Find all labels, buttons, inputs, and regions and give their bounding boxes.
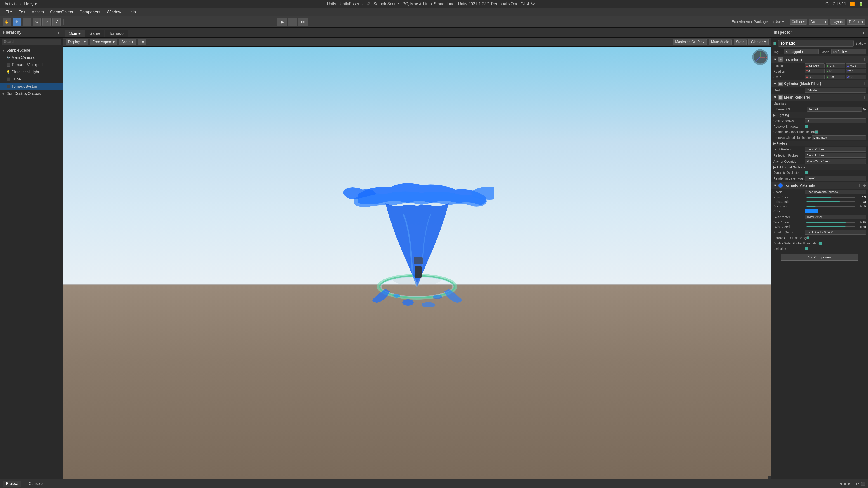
step-button[interactable]: ⏭ xyxy=(298,18,308,26)
receive-gi-field[interactable]: Lightmaps xyxy=(812,135,866,140)
emission-check[interactable] xyxy=(805,247,808,250)
light-probes-field[interactable]: Blend Probes xyxy=(805,147,866,152)
tool-transform[interactable]: 🖊 xyxy=(53,18,61,26)
hierarchy-search-input[interactable] xyxy=(2,39,61,45)
tool-scale[interactable]: ↺ xyxy=(33,18,41,26)
cast-shadows-field[interactable]: On xyxy=(805,119,866,123)
hierarchy-item-tornado-export[interactable]: ⬛ Tornado-31-export xyxy=(0,61,63,68)
transform-header[interactable]: ▼ ⊕ Transform ⋮ xyxy=(771,56,868,63)
mesh-filter-menu[interactable]: ⋮ xyxy=(863,82,866,86)
anchor-override-field[interactable]: None (Transform) xyxy=(805,159,866,164)
position-y-field[interactable]: Y -3.57 xyxy=(826,64,845,68)
activities-label[interactable]: Activities xyxy=(4,2,21,6)
tool-rect[interactable]: ⤢ xyxy=(42,18,51,26)
console-tab[interactable]: Console xyxy=(26,481,46,487)
object-enabled-checkbox[interactable] xyxy=(773,42,776,45)
position-x-field[interactable]: X 3.14068 xyxy=(805,64,825,68)
tab-scene[interactable]: Scene xyxy=(65,30,85,37)
scale-x-field[interactable]: X 100 xyxy=(805,75,825,79)
inspector-header: Inspector ⋮ xyxy=(771,28,868,37)
collab-dropdown[interactable]: Collab ▾ xyxy=(789,19,807,25)
probes-header[interactable]: ▶ Probes xyxy=(771,141,868,146)
account-dropdown[interactable]: Account ▾ xyxy=(809,19,829,25)
distortion-track[interactable] xyxy=(806,206,855,207)
tornado-materials-header[interactable]: ▼ Tornado Materials ⋮ ⊕ xyxy=(771,182,868,189)
layers-dropdown[interactable]: Layers xyxy=(830,19,845,25)
tab-game[interactable]: Game xyxy=(85,30,104,37)
scale-btn[interactable]: Scale ▾ xyxy=(119,39,135,45)
rotation-z-field[interactable]: Z 2.4 xyxy=(846,69,866,73)
mute-btn[interactable]: Mute Audio xyxy=(709,39,732,45)
experimental-label[interactable]: Experimental Packages In Use ▾ xyxy=(732,20,784,24)
menu-file[interactable]: File xyxy=(3,9,15,15)
gpu-instancing-check[interactable] xyxy=(806,236,809,239)
tag-dropdown[interactable]: Untagged ▾ xyxy=(784,49,819,55)
unity-menu-label[interactable]: Unity ▾ xyxy=(24,2,37,6)
object-name-input[interactable] xyxy=(778,40,854,46)
play-button[interactable]: ▶ xyxy=(277,18,287,26)
mesh-renderer-header[interactable]: ▼ ▩ Mesh Renderer ⋮ xyxy=(771,94,868,101)
hierarchy-item-tornado-system[interactable]: ⬛ TornadoSystem xyxy=(0,83,63,90)
maximize-btn[interactable]: Maximize On Play xyxy=(673,39,707,45)
transform-menu[interactable]: ⋮ xyxy=(863,58,866,61)
inspector-options[interactable]: ⋮ xyxy=(862,30,865,35)
tool-move[interactable]: ✙ xyxy=(13,18,21,26)
tornado-mat-extra[interactable]: ⊕ xyxy=(863,184,866,187)
hierarchy-item-maincamera[interactable]: 📷 Main Camera xyxy=(0,54,63,61)
display-btn[interactable]: Display 1 ▾ xyxy=(66,39,88,45)
element0-value-field[interactable]: Tornado xyxy=(807,107,862,111)
tornado-mat-menu[interactable]: ⋮ xyxy=(858,184,861,187)
shader-value-field[interactable]: Shader/Graphs/Tornado xyxy=(805,190,866,194)
tool-hand[interactable]: ✋ xyxy=(3,18,11,26)
color-field[interactable] xyxy=(805,209,818,213)
double-sided-gi-check[interactable] xyxy=(819,242,822,245)
mesh-filter-header[interactable]: ▼ ▦ Cylinder (Mesh Filter) ⋮ xyxy=(771,80,868,87)
menu-help[interactable]: Help xyxy=(125,9,138,15)
tab-tornado[interactable]: Tornado xyxy=(105,30,128,37)
noise-scale-track[interactable] xyxy=(806,201,855,202)
receive-shadows-check[interactable] xyxy=(805,125,808,128)
menu-edit[interactable]: Edit xyxy=(16,9,28,15)
menu-component[interactable]: Component xyxy=(76,9,103,15)
hierarchy-item-dontdestroy[interactable]: ▼ DontDestroyOnLoad xyxy=(0,90,63,97)
menu-window[interactable]: Window xyxy=(104,9,124,15)
add-component-button[interactable]: Add Component xyxy=(781,254,858,261)
reflection-probes-field[interactable]: Blend Probes xyxy=(805,153,866,158)
scale-y-field[interactable]: Y 100 xyxy=(826,75,845,79)
hierarchy-item-cube[interactable]: ⬛ Cube xyxy=(0,76,63,83)
hierarchy-item-directional-light[interactable]: 💡 Directional Light xyxy=(0,68,63,76)
rotation-y-field[interactable]: Y 80 xyxy=(826,69,845,73)
rendering-layer-field[interactable]: Layer1 xyxy=(805,176,866,181)
scene-canvas[interactable]: X Y Z xyxy=(63,46,771,479)
rotation-x-field[interactable]: X 0 xyxy=(805,69,825,73)
scale-z-field[interactable]: Z 100 xyxy=(846,75,866,79)
resize-handle[interactable] xyxy=(768,476,771,479)
position-z-field[interactable]: Z -0.23 xyxy=(846,64,866,68)
lighting-header[interactable]: ▶ Lighting xyxy=(771,112,868,118)
hierarchy-options-icon[interactable]: ⋮ xyxy=(57,30,60,35)
layer-dropdown[interactable]: Default ▾ xyxy=(831,49,866,55)
mesh-renderer-menu[interactable]: ⋮ xyxy=(863,96,866,99)
stats-btn[interactable]: Stats xyxy=(734,39,747,45)
mesh-value-field[interactable]: Cylinder xyxy=(805,88,866,93)
menu-gameobject[interactable]: GameObject xyxy=(48,9,76,15)
twist-amount-track[interactable] xyxy=(806,222,855,223)
menu-assets[interactable]: Assets xyxy=(29,9,46,15)
contribute-gi-check[interactable] xyxy=(815,130,818,133)
noise-speed-track[interactable] xyxy=(806,197,855,198)
aspect-btn[interactable]: Free Aspect ▾ xyxy=(90,39,117,45)
additional-settings-header[interactable]: ▶ Additional Settings xyxy=(771,164,868,170)
pause-button[interactable]: ⏸ xyxy=(287,18,298,26)
twist-speed-track[interactable] xyxy=(806,226,855,227)
dynamic-occlusion-check[interactable] xyxy=(805,171,808,174)
project-tab[interactable]: Project xyxy=(3,481,21,487)
tool-rotate[interactable]: ↔ xyxy=(23,18,31,26)
hierarchy-item-samplescene[interactable]: ▼ SampleScene xyxy=(0,47,63,54)
render-queue-field[interactable]: Pixel Shader 0 2450 xyxy=(805,230,866,234)
layout-dropdown[interactable]: Default ▾ xyxy=(847,19,865,25)
add-material-btn[interactable]: ⊕ xyxy=(863,107,866,111)
scale-value-btn[interactable]: 1x xyxy=(138,39,147,45)
noise-speed-value: 0.5 xyxy=(857,196,866,199)
gizmos-btn[interactable]: Gizmos ▾ xyxy=(748,39,769,45)
twist-center-field[interactable]: TwistCenter xyxy=(805,215,866,219)
